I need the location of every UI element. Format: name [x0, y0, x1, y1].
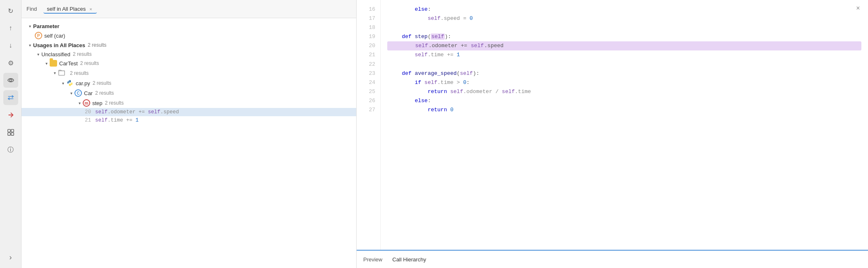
step-method-label: step — [92, 100, 103, 106]
car-class-header[interactable]: ▾ C Car 2 results — [22, 88, 356, 98]
usages-section-header[interactable]: ▾ Usages in All Places 2 results — [22, 41, 356, 50]
cartest-header[interactable]: ▾ CarTest 2 results — [22, 59, 356, 68]
carpy-count: 2 results — [93, 80, 111, 86]
find-content: ▾ Parameter P self (car) ▾ Usages in All… — [22, 18, 356, 268]
code-content[interactable]: else: self.speed = 0 def step(self): sel… — [381, 0, 868, 250]
info-icon[interactable]: ⓘ — [3, 142, 18, 157]
svg-rect-3 — [7, 133, 10, 135]
line-num-21: 21 — [83, 117, 91, 123]
find-tab[interactable]: self in All Places × — [43, 4, 96, 14]
svg-rect-2 — [11, 129, 13, 132]
find-tab-close[interactable]: × — [88, 6, 93, 12]
find-panel: Find self in All Places × ▾ Parameter P … — [22, 0, 357, 268]
code-line-21: self.time += 1 — [387, 50, 861, 60]
eye-icon[interactable] — [3, 73, 18, 88]
chevron-down-icon2: ▾ — [26, 42, 33, 48]
module-icon[interactable] — [3, 125, 18, 140]
code-line-17: self.speed = 0 — [387, 14, 861, 23]
code-line-25: return self.odometer / self.time — [387, 87, 861, 96]
chevron-down-icon4: ▾ — [43, 60, 50, 67]
chevron-down-icon8: ▾ — [76, 100, 83, 106]
unclassified-header[interactable]: ▾ Unclassified 2 results — [22, 50, 356, 59]
car-class-count: 2 results — [95, 90, 114, 96]
code-result-2-text: self.time += 1 — [95, 117, 139, 123]
chevron-down-icon5: ▾ — [51, 70, 58, 77]
folder-icon — [50, 60, 57, 67]
arrow-up-icon[interactable]: ↑ — [3, 21, 18, 36]
python-file-icon — [66, 79, 74, 87]
code-result-2[interactable]: 21 self.time += 1 — [22, 116, 356, 124]
chevron-down-icon3: ▾ — [35, 51, 41, 57]
step-method-count: 2 results — [105, 100, 124, 106]
parameter-section-header[interactable]: ▾ Parameter — [22, 22, 356, 31]
svg-rect-4 — [11, 133, 13, 135]
chevron-down-icon: ▾ — [26, 23, 33, 29]
unclassified-label: Unclassified — [41, 51, 70, 57]
parameter-item[interactable]: P self (car) — [22, 31, 356, 41]
code-line-24: if self.time > 0: — [387, 78, 861, 87]
switch-icon[interactable] — [3, 90, 18, 105]
svg-rect-1 — [7, 129, 10, 132]
carpy-label: car.py — [76, 80, 90, 86]
code-result-1[interactable]: 20 self.odometer += self.speed — [22, 108, 356, 116]
step-method-header[interactable]: ▾ m step 2 results — [22, 98, 356, 108]
folder-header[interactable]: ▾ 2 results — [22, 68, 356, 78]
code-line-22 — [387, 60, 861, 69]
sidebar: ↻ ↑ ↓ ⚙ ⓘ › — [0, 0, 22, 268]
class-badge-icon: C — [74, 89, 82, 97]
tab-preview[interactable]: Preview — [363, 255, 382, 264]
folder-icon2 — [58, 69, 65, 77]
code-result-1-text: self.odometer += self.speed — [95, 109, 179, 115]
parameter-label: self (car) — [44, 33, 65, 39]
cartest-label: CarTest — [59, 60, 78, 67]
folder-count: 2 results — [70, 70, 89, 76]
arrow-right-icon[interactable] — [3, 108, 18, 122]
code-line-20: self.odometer += self.speed — [387, 41, 861, 50]
code-line-16: else: — [387, 5, 861, 14]
code-line-23: def average_speed(self): — [387, 69, 861, 78]
parameter-badge-icon: P — [35, 32, 42, 39]
carpy-header[interactable]: ▾ car. — [22, 78, 356, 88]
line-numbers: 16 17 18 19 20 21 22 23 24 25 26 27 — [357, 0, 381, 250]
parameter-section-label: Parameter — [33, 23, 60, 29]
find-label: Find — [26, 6, 37, 12]
gear-icon[interactable]: ⚙ — [3, 55, 18, 70]
find-panel-header: Find self in All Places × — [22, 0, 356, 18]
car-class-label: Car — [84, 90, 93, 96]
line-num-20: 20 — [83, 109, 91, 115]
chevron-down-icon6: ▾ — [60, 80, 66, 86]
cartest-count: 2 results — [80, 60, 99, 66]
arrow-down-icon[interactable]: ↓ — [3, 38, 18, 53]
code-line-19: def step(self): — [387, 32, 861, 41]
chevron-down-icon7: ▾ — [68, 90, 74, 96]
usages-section-label: Usages in All Places — [33, 42, 85, 48]
code-editor: 16 17 18 19 20 21 22 23 24 25 26 27 else… — [357, 0, 868, 268]
code-area: 16 17 18 19 20 21 22 23 24 25 26 27 else… — [357, 0, 868, 250]
find-tab-title: self in All Places — [47, 6, 86, 12]
bottom-tabs: Preview Call Hierarchy — [357, 250, 868, 268]
tab-call-hierarchy[interactable]: Call Hierarchy — [392, 255, 426, 264]
usages-count: 2 results — [88, 42, 106, 48]
refresh-icon[interactable]: ↻ — [3, 3, 18, 18]
svg-point-0 — [10, 79, 12, 81]
unclassified-count: 2 results — [73, 51, 91, 57]
close-editor-button[interactable]: × — [853, 3, 863, 13]
code-line-26: else: — [387, 96, 861, 105]
code-line-27: return 0 — [387, 105, 861, 115]
method-badge-icon: m — [83, 99, 90, 107]
code-line-18 — [387, 23, 861, 32]
expand-icon[interactable]: › — [3, 250, 18, 265]
